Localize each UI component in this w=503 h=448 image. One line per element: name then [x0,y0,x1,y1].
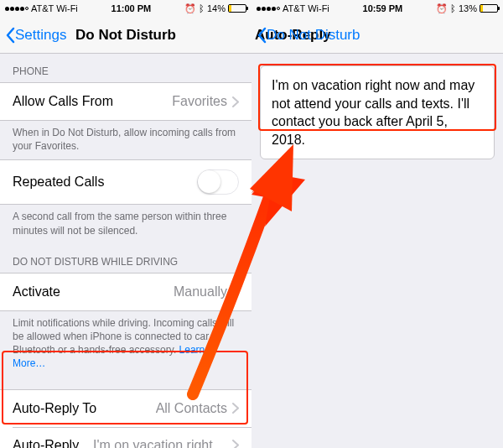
chevron-right-icon [232,440,239,448]
cell-value: Favorites [172,94,227,109]
section-header-driving: DO NOT DISTURB WHILE DRIVING [0,244,252,273]
chevron-right-icon [232,286,239,297]
section-footer: A second call from the same person withi… [0,205,252,243]
cell-value: All Contacts [156,401,227,416]
alarm-icon: ⏰ [436,3,448,14]
section-footer: Limit notifications while driving. Incom… [0,311,252,378]
chevron-left-icon [5,27,15,44]
clock: 11:00 PM [111,3,152,13]
chevron-right-icon [232,403,239,414]
right-screen: AT&T Wi-Fi 10:59 PM ⏰ ᛒ 13% Do Not Distu… [252,0,503,448]
allow-calls-from-row[interactable]: Allow Calls From Favorites [0,83,252,120]
back-button[interactable]: Do Not Disturb [257,27,360,44]
battery-pct: 14% [207,3,226,13]
section-footer: When in Do Not Disturb, allow incoming c… [0,121,252,159]
alarm-icon: ⏰ [184,3,196,14]
cell-value: I'm on vacation right now an… [93,438,227,449]
cell-label: Allow Calls From [13,94,113,109]
carrier-label: AT&T Wi-Fi [283,3,329,13]
bluetooth-icon: ᛒ [199,3,205,13]
chevron-right-icon [232,96,239,107]
battery-icon [480,4,498,13]
back-button[interactable]: Settings [5,27,66,44]
back-label: Do Not Disturb [267,27,360,44]
cell-label: Auto-Reply [13,438,79,449]
chevron-left-icon [257,27,267,44]
back-label: Settings [15,27,66,44]
left-screen: AT&T Wi-Fi 11:00 PM ⏰ ᛒ 14% Settings Do … [0,0,252,448]
signal-icon [5,7,29,11]
battery-pct: 13% [459,3,477,13]
repeated-calls-toggle[interactable] [197,169,239,195]
nav-bar: Settings Do Not Disturb [0,17,252,54]
repeated-calls-row[interactable]: Repeated Calls [0,160,252,204]
page-title: Do Not Disturb [75,27,176,44]
cell-label: Auto-Reply To [13,401,96,416]
cell-label: Activate [13,284,60,300]
auto-reply-row[interactable]: Auto-Reply I'm on vacation right now an… [0,427,252,449]
status-bar: AT&T Wi-Fi 10:59 PM ⏰ ᛒ 13% [252,0,503,17]
section-header-phone: PHONE [0,54,252,82]
activate-row[interactable]: Activate Manually [0,273,252,310]
bluetooth-icon: ᛒ [450,3,456,13]
carrier-label: AT&T Wi-Fi [31,3,78,13]
auto-reply-to-row[interactable]: Auto-Reply To All Contacts [0,390,252,427]
auto-reply-message[interactable]: I'm on vacation right now and may not at… [260,65,495,159]
cell-label: Repeated Calls [13,175,104,190]
cell-value: Manually [174,284,227,300]
battery-icon [228,4,246,13]
status-bar: AT&T Wi-Fi 11:00 PM ⏰ ᛒ 14% [0,0,252,17]
nav-bar: Do Not Disturb Auto-Reply [252,17,503,54]
clock: 10:59 PM [363,3,403,13]
signal-icon [257,7,280,11]
